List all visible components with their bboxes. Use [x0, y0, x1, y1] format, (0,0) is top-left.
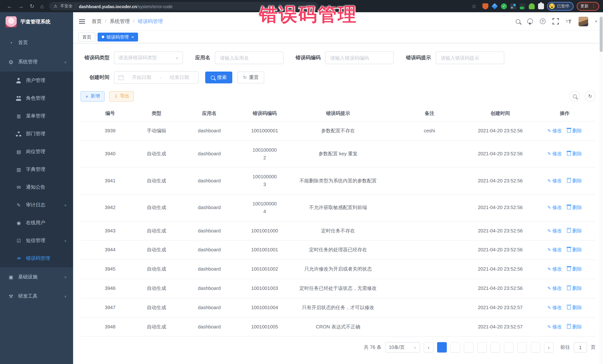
hamburger-icon[interactable]: [79, 19, 85, 23]
page-button[interactable]: [531, 342, 540, 353]
cell-app: dashboard: [173, 141, 245, 167]
search-button[interactable]: 搜索: [205, 72, 232, 83]
prev-page-button[interactable]: ‹: [424, 342, 433, 353]
forward-icon[interactable]: →: [18, 3, 24, 9]
edit-link[interactable]: 修改: [547, 128, 562, 133]
goto-page-input[interactable]: [574, 342, 587, 353]
extension-squares-icon[interactable]: [510, 3, 516, 9]
delete-link[interactable]: 删除: [567, 228, 582, 233]
sidebar-item[interactable]: 菜单管理: [0, 107, 73, 125]
extension-android-icon[interactable]: [529, 3, 535, 9]
delete-link[interactable]: 删除: [567, 128, 582, 133]
font-size-icon[interactable]: [566, 18, 571, 24]
add-button[interactable]: 新增: [81, 91, 105, 101]
edit-link[interactable]: 修改: [547, 151, 562, 156]
sidebar-item[interactable]: 在线用户: [0, 214, 73, 232]
delete-link[interactable]: 删除: [567, 305, 582, 310]
extension-ublock-icon[interactable]: [482, 3, 488, 9]
edit-link[interactable]: 修改: [547, 266, 562, 272]
delete-link[interactable]: 删除: [567, 151, 582, 156]
toggle-search-icon[interactable]: [569, 91, 580, 101]
scrollbar-thumb[interactable]: [600, 17, 603, 52]
edit-link[interactable]: 修改: [547, 205, 562, 210]
delete-link[interactable]: 删除: [567, 205, 582, 210]
help-icon[interactable]: [540, 19, 545, 24]
error-type-select[interactable]: 请选择错误码类型 ∨: [114, 52, 183, 64]
page-button[interactable]: [437, 342, 447, 353]
delete-link[interactable]: 删除: [567, 286, 582, 291]
error-code-input[interactable]: [329, 55, 389, 61]
github-icon[interactable]: [527, 19, 533, 24]
browser-update-button[interactable]: 更新 ⋮: [577, 2, 599, 11]
sidebar-item[interactable]: 通知公告: [0, 178, 73, 196]
sidebar-item[interactable]: 审计日志 ∨: [0, 196, 73, 214]
edit-link[interactable]: 修改: [547, 305, 562, 310]
cell-type: 自动生成: [140, 141, 173, 167]
home-icon[interactable]: ⌂: [40, 3, 44, 9]
browser-profile-chip[interactable]: 已暂停: [547, 2, 574, 11]
refresh-icon[interactable]: ↻: [585, 91, 596, 101]
user-avatar[interactable]: [579, 16, 588, 26]
back-icon[interactable]: ←: [7, 3, 12, 9]
search-icon[interactable]: [516, 19, 520, 23]
sidebar-item[interactable]: 首页: [0, 33, 73, 52]
page-size-select[interactable]: 10条/页 ∨: [385, 342, 420, 353]
delete-link[interactable]: 删除: [567, 324, 582, 329]
bookmark-star-icon[interactable]: ☆: [471, 3, 476, 10]
close-icon[interactable]: ×: [131, 33, 134, 41]
breadcrumb-system[interactable]: 系统管理: [110, 18, 130, 25]
error-hint-input[interactable]: [440, 55, 500, 61]
table-row: 3939 手动编辑 dashboard 1001000001 参数配置不存在 c…: [81, 121, 596, 141]
table-body: 3939 手动编辑 dashboard 1001000001 参数配置不存在 c…: [81, 121, 596, 337]
chevron-down-icon[interactable]: ▾: [595, 19, 597, 23]
delete-link[interactable]: 删除: [567, 178, 582, 184]
export-button[interactable]: 导出: [109, 91, 134, 101]
sidebar-item[interactable]: 角色管理: [0, 89, 73, 107]
reset-button[interactable]: 重置: [237, 72, 264, 83]
sidebar-item[interactable]: 系统管理 ∧: [0, 52, 73, 72]
fullscreen-icon[interactable]: [553, 18, 559, 24]
sidebar-item[interactable]: 基础设施 ∨: [0, 267, 73, 287]
sidebar-item[interactable]: 岗位管理: [0, 143, 73, 161]
page-button[interactable]: [477, 342, 487, 353]
sidebar-item[interactable]: 部门管理: [0, 125, 73, 143]
delete-link[interactable]: 删除: [567, 247, 582, 253]
cell-code: 1001000001: [245, 121, 284, 141]
trash-icon: [567, 206, 571, 210]
sidebar-item[interactable]: 用户管理: [0, 72, 73, 89]
date-range-picker[interactable]: 开始日期 - 结束日期: [114, 71, 198, 84]
page-button[interactable]: [451, 342, 460, 353]
edit-link[interactable]: 修改: [547, 178, 562, 184]
delete-link[interactable]: 删除: [567, 266, 582, 272]
reload-icon[interactable]: ↻: [30, 3, 34, 10]
sidebar-item[interactable]: 短信管理 ∨: [0, 232, 73, 249]
sidebar-item[interactable]: 研发工具 ∨: [0, 287, 73, 306]
app-name-input[interactable]: [219, 55, 279, 61]
filter-label: 应用名: [195, 55, 210, 61]
date-separator: -: [160, 75, 162, 80]
active-dot-icon: [102, 36, 104, 38]
extension-on-badge-icon[interactable]: [520, 3, 525, 9]
cell-created: 2021-04-20 23:52:56: [467, 221, 534, 241]
page-button[interactable]: [464, 342, 474, 353]
tag-tab[interactable]: 错误码管理 ×: [98, 33, 138, 41]
tag-tab[interactable]: 首页 ×: [78, 33, 95, 41]
edit-link[interactable]: 修改: [547, 247, 562, 253]
extension-gem-icon[interactable]: [491, 3, 498, 9]
cell-app: dashboard: [173, 298, 245, 318]
page-button[interactable]: [517, 342, 527, 353]
sidebar-item[interactable]: 字典管理: [0, 161, 73, 178]
page-button[interactable]: [504, 342, 514, 353]
next-page-button[interactable]: ›: [544, 342, 554, 353]
browser-menu-icon[interactable]: ⋮: [591, 4, 596, 9]
edit-link[interactable]: 修改: [547, 228, 562, 233]
cell-id: 3940: [81, 141, 140, 167]
page-button[interactable]: [491, 342, 500, 353]
edit-link[interactable]: 修改: [547, 324, 562, 329]
sidebar-item[interactable]: 错误码管理: [0, 249, 73, 267]
sidebar-logo[interactable]: 芋道管理系统: [0, 12, 73, 32]
breadcrumb-home[interactable]: 首页: [92, 18, 102, 25]
extension-check-icon[interactable]: ✓: [501, 3, 507, 9]
extensions-puzzle-icon[interactable]: [538, 3, 544, 9]
edit-link[interactable]: 修改: [547, 286, 562, 291]
